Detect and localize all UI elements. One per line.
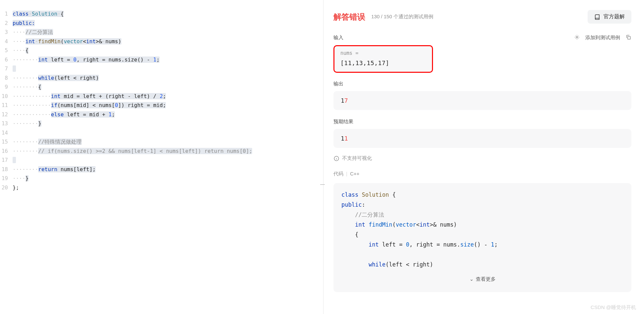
input-value: [11,13,15,17]	[340, 59, 426, 66]
svg-rect-1	[628, 37, 630, 39]
result-header: 解答错误 130 / 150 个通过的测试用例 官方题解	[333, 0, 631, 33]
input-var-label: nums =	[340, 50, 426, 56]
output-value-diff: 7	[344, 97, 348, 104]
output-value-prefix: 1	[341, 97, 344, 104]
add-testcase-link[interactable]: 添加到测试用例	[585, 35, 620, 41]
code-meta: 代码|C++	[333, 169, 631, 183]
result-status: 解答错误	[333, 12, 365, 22]
input-testcase-box: nums = [11,13,15,17]	[333, 45, 433, 73]
expected-value-diff: 1	[344, 135, 348, 142]
expected-box: 11	[333, 129, 631, 148]
resize-handle[interactable]: —	[319, 179, 326, 189]
output-label: 输出	[333, 79, 631, 91]
editor-toolbar	[0, 0, 323, 3]
result-panel: 解答错误 130 / 150 个通过的测试用例 官方题解 输入 添加到测试用例 …	[323, 0, 644, 314]
official-solution-button[interactable]: 官方题解	[588, 10, 631, 24]
copy-icon[interactable]	[625, 34, 631, 41]
info-icon	[333, 156, 339, 161]
output-box: 17	[333, 91, 631, 110]
submitted-code-snippet: class Solution { public: //二分算法 int find…	[333, 183, 631, 292]
expected-value-prefix: 1	[341, 135, 344, 142]
svg-point-0	[576, 37, 578, 38]
show-more-button[interactable]: ⌄查看更多	[341, 269, 623, 285]
input-section-header: 输入 添加到测试用例	[333, 33, 631, 45]
line-gutter: 1234567891011121314151617181920	[0, 9, 13, 314]
code-editor-panel: 1234567891011121314151617181920 class·So…	[0, 0, 323, 314]
watermark: CSDN @睡觉待开机	[591, 304, 636, 311]
code-editor[interactable]: 1234567891011121314151617181920 class·So…	[0, 3, 323, 314]
book-icon	[594, 14, 600, 20]
expected-label: 预期结果	[333, 117, 631, 129]
input-label: 输入	[333, 35, 343, 41]
no-visualization-note: 不支持可视化	[333, 155, 631, 161]
result-stats: 130 / 150 个通过的测试用例	[371, 14, 433, 20]
app-container: 1234567891011121314151617181920 class·So…	[0, 0, 644, 314]
debug-icon[interactable]	[574, 34, 580, 41]
code-content[interactable]: class·Solution·{ public: ····//二分算法 ····…	[13, 9, 323, 314]
